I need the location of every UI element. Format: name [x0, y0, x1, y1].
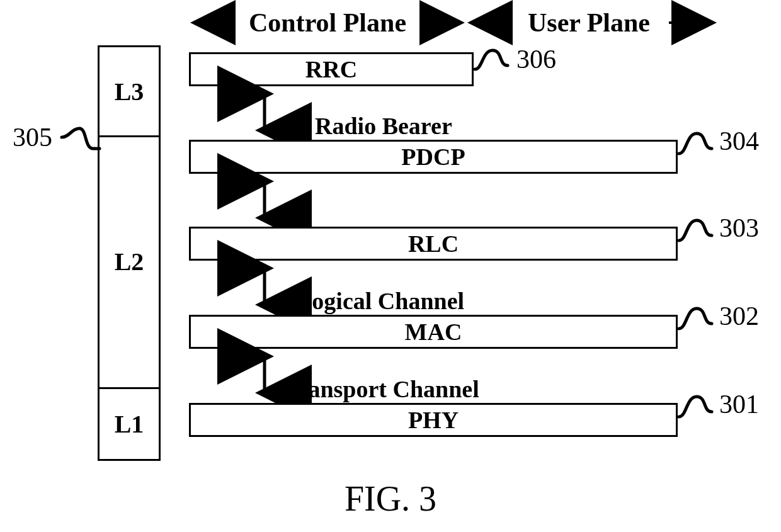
ref-304-leader	[678, 128, 722, 161]
diagram-root: Control Plane User Plane L3 L2 L1 305 RR…	[0, 0, 781, 532]
control-plane-label: Control Plane	[233, 8, 422, 38]
arrow-mac-phy	[252, 349, 277, 400]
layer-l2: L2	[100, 135, 159, 389]
mac-block: MAC	[189, 315, 678, 349]
phy-block: PHY	[189, 403, 678, 437]
ref-303: 303	[719, 213, 759, 243]
ref-306-leader	[474, 47, 518, 79]
header-control-plane-group: Control Plane	[189, 5, 466, 40]
pdcp-block: PDCP	[189, 140, 678, 174]
label-transport-channel: Transport Channel	[283, 375, 479, 403]
ref-301-leader	[678, 392, 722, 424]
rrc-block: RRC	[189, 52, 474, 86]
rlc-block: RLC	[189, 227, 678, 261]
ref-305: 305	[13, 122, 52, 152]
arrow-pdcp-rlc	[252, 174, 277, 225]
arrow-rlc-mac	[252, 261, 277, 312]
label-logical-channel: Logical Channel	[296, 287, 464, 315]
ref-306: 306	[516, 44, 556, 74]
figure-caption: FIG. 3	[0, 478, 781, 519]
ref-304: 304	[719, 126, 759, 156]
ref-302: 302	[719, 301, 759, 331]
ref-303-leader	[678, 215, 722, 248]
header-user-plane-group: User Plane	[466, 5, 718, 40]
layer-l3: L3	[100, 47, 159, 137]
layer-l1: L1	[100, 387, 159, 461]
label-radio-bearer: Radio Bearer	[315, 112, 452, 140]
ref-301: 301	[719, 389, 759, 419]
user-plane-label: User Plane	[510, 8, 668, 38]
ref-302-leader	[678, 303, 722, 336]
ref-305-leader	[60, 126, 101, 156]
arrow-rrc-pdcp	[252, 86, 277, 138]
layer-column: L3 L2 L1	[98, 45, 161, 461]
